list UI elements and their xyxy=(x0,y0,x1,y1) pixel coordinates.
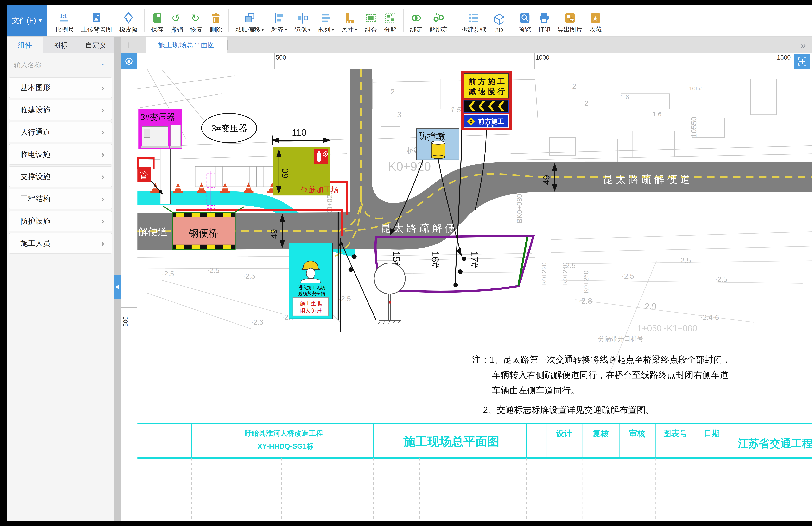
sidebar-item-protection[interactable]: 防护设施› xyxy=(9,211,112,231)
preview-button[interactable]: 预览 xyxy=(515,4,535,36)
dimension-button[interactable]: 尺寸 xyxy=(338,4,361,36)
delete-button[interactable]: 删除 xyxy=(206,4,226,36)
toolbar: 文件(F) 1:1 比例尺 上传背景图 橡皮擦 保存 ↺ xyxy=(7,4,812,37)
print-button[interactable]: 打印 xyxy=(535,4,554,36)
add-tab-button[interactable]: + xyxy=(121,37,135,53)
group-button[interactable]: 组合 xyxy=(361,4,381,36)
svg-text:K0+260: K0+260 xyxy=(582,271,590,293)
traffic-sign-assembly[interactable]: 前 方 施 工 减 速 慢 行 前方施工 1km xyxy=(461,71,512,130)
scale-1to1-icon: 1:1 xyxy=(59,12,71,24)
toolbar-separator xyxy=(511,9,512,32)
mirror-icon xyxy=(297,12,308,24)
tab-icons[interactable]: 图标 xyxy=(43,37,78,54)
ruler-label: 500 xyxy=(122,317,129,327)
sidebar-item-temp-power[interactable]: 临电设施› xyxy=(9,144,112,165)
chevron-right-icon: › xyxy=(102,127,104,137)
caret-down-icon xyxy=(308,29,311,31)
svg-text:3: 3 xyxy=(397,110,402,119)
chevron-right-icon: › xyxy=(102,238,104,248)
save-button[interactable]: 保存 xyxy=(148,4,167,36)
svg-text:16#: 16# xyxy=(430,251,441,268)
export-image-button[interactable]: 导出图片 xyxy=(554,4,586,36)
road-name-right: 昆 太 路 疏 解 便 道 xyxy=(603,174,690,185)
ruler-origin-button[interactable] xyxy=(121,53,137,69)
ahead-construction-panel: 前方施工 1km xyxy=(464,115,508,128)
transformer-ellipse-label[interactable]: 3#变压器 xyxy=(202,114,257,143)
svg-text:·2.5: ·2.5 xyxy=(162,270,174,278)
scatter-list-icon xyxy=(320,12,332,24)
cube-icon xyxy=(493,14,505,25)
ruler-label: 1500 xyxy=(777,54,791,61)
svg-text:↺: ↺ xyxy=(171,12,180,24)
export-image-icon xyxy=(564,12,576,24)
svg-text:2: 2 xyxy=(584,99,588,107)
scale-ruler-button[interactable]: 1:1 比例尺 xyxy=(52,4,78,36)
drawing-canvas[interactable]: 2 1.5 3 2 2 1.6 1.6 106# 桥梁终点 K0+920 BK0… xyxy=(137,69,812,521)
broken-link-icon xyxy=(433,12,445,24)
sidebar-item-basic-shapes[interactable]: 基本图形› xyxy=(9,77,112,98)
save-icon xyxy=(151,12,163,24)
svg-text:10550: 10550 xyxy=(690,117,698,137)
chevron-right-icon: › xyxy=(102,105,104,115)
bind-button[interactable]: 绑定 xyxy=(406,4,426,36)
tab-components[interactable]: 组件 xyxy=(7,37,43,54)
site-plan-drawing: 2 1.5 3 2 2 1.6 1.6 106# 桥梁终点 K0+920 BK0… xyxy=(137,69,812,521)
align-button[interactable]: 对齐 xyxy=(267,4,291,36)
svg-text:·2.9: ·2.9 xyxy=(642,302,656,311)
chevron-panel xyxy=(464,100,508,113)
svg-text:BK0+080: BK0+080 xyxy=(516,194,523,223)
caret-down-icon xyxy=(261,29,264,31)
collapse-left-panel-handle[interactable] xyxy=(114,275,121,299)
tab-custom[interactable]: 自定义 xyxy=(78,37,114,54)
sidebar-item-structures[interactable]: 工程结构› xyxy=(9,189,112,209)
sidebar-item-workers[interactable]: 施工人员› xyxy=(9,233,112,253)
toolbar-separator xyxy=(144,9,145,32)
search-input[interactable] xyxy=(14,61,102,69)
chevron-right-icon: › xyxy=(102,216,104,226)
caret-down-icon xyxy=(355,29,358,31)
svg-text:3#变压器: 3#变压器 xyxy=(140,112,175,122)
sidebar-item-support[interactable]: 支撑设施› xyxy=(9,166,112,187)
collapse-tabs-icon[interactable]: » xyxy=(801,37,806,53)
ungroup-button[interactable]: 分解 xyxy=(381,4,400,36)
file-menu-button[interactable]: 文件(F) xyxy=(7,4,47,36)
horizontal-ruler[interactable]: 500 1000 1500 xyxy=(137,53,812,70)
svg-text:防撞墩: 防撞墩 xyxy=(418,131,445,142)
chevron-right-icon: › xyxy=(102,194,104,204)
pipe-label-box[interactable]: 管 xyxy=(137,166,163,194)
transformer-box[interactable]: 3#变压器 xyxy=(139,109,182,149)
svg-text:110: 110 xyxy=(292,127,306,137)
paste-offset-button[interactable]: 粘贴偏移 xyxy=(232,4,267,36)
unbind-button[interactable]: 解绑定 xyxy=(426,4,452,36)
sidebar-item-temp-facilities[interactable]: 临建设施› xyxy=(9,100,112,120)
file-menu-label: 文件(F) xyxy=(12,15,36,26)
tab-site-plan[interactable]: 施工现场总平面图 xyxy=(146,37,227,53)
search-icon[interactable] xyxy=(102,61,105,69)
undo-button[interactable]: ↺ 撤销 xyxy=(167,4,187,36)
target-circle-icon xyxy=(125,57,133,66)
svg-text:K0+240: K0+240 xyxy=(562,263,568,285)
steel-bridge[interactable]: 钢便桥 xyxy=(163,206,244,250)
eraser-button[interactable]: 橡皮擦 xyxy=(116,4,141,36)
svg-text:·2.5: ·2.5 xyxy=(678,256,691,265)
upload-background-button[interactable]: 上传背景图 xyxy=(78,4,116,36)
svg-text:注：1、昆太路第一次交通转换将线路起点至桥梁终点段全部封闭，: 注：1、昆太路第一次交通转换将线路起点至桥梁终点段全部封闭， xyxy=(472,354,731,364)
fit-view-button[interactable] xyxy=(795,54,810,69)
mirror-button[interactable]: 镜像 xyxy=(291,4,315,36)
chevron-right-icon: › xyxy=(102,172,104,181)
scatter-button[interactable]: 散列 xyxy=(315,4,338,36)
sidebar-item-pedestrian[interactable]: 人行通道› xyxy=(9,122,112,142)
anti-collision-box[interactable]: 防撞墩 xyxy=(416,129,459,160)
ruler-icon xyxy=(344,12,355,24)
svg-text:车辆由左侧车道同行。: 车辆由左侧车道同行。 xyxy=(492,385,579,395)
favorite-button[interactable]: ★ 收藏 xyxy=(586,4,605,36)
component-sidebar: 组件 图标 自定义 基本图形› 临建设施› 人行通道› 临电设施› 支撑设施› … xyxy=(7,37,114,521)
redo-button[interactable]: ↻ 恢复 xyxy=(187,4,206,36)
build-steps-button[interactable]: 拆建步骤 xyxy=(458,4,490,36)
svg-text:必须戴安全帽: 必须戴安全帽 xyxy=(298,291,325,296)
svg-text:2: 2 xyxy=(572,82,576,90)
svg-text:3#变压器: 3#变压器 xyxy=(211,123,247,133)
ruler-label: 1000 xyxy=(536,54,549,61)
3d-button[interactable]: 3D xyxy=(490,4,509,36)
vertical-ruler[interactable]: 500 xyxy=(121,69,137,521)
